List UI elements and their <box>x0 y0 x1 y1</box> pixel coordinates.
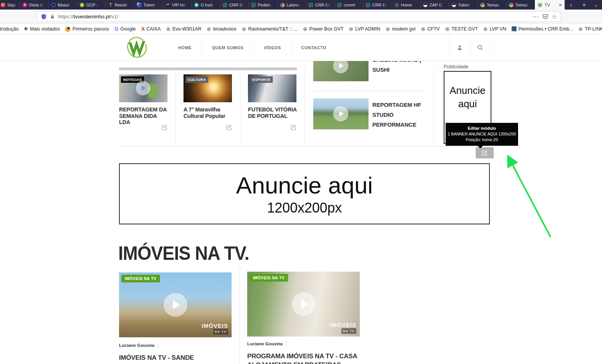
browser-tab[interactable]: Seja be <box>0 0 20 10</box>
imoveis-title[interactable]: IMÓVEIS NA TV - SANDE <box>119 353 194 362</box>
site-favicon <box>366 3 370 7</box>
category-badge[interactable]: IMÓVEIS NA TV <box>249 274 288 282</box>
banner-ad-placeholder[interactable]: Anuncie aqui 1200x200px <box>119 163 490 224</box>
browser-tab[interactable]: Laiene <box>277 0 306 10</box>
browser-tab[interactable]: GCP - <box>77 0 106 10</box>
article-title[interactable]: FUTEBOL VITÓRIA DE PORTUGAL <box>248 106 298 119</box>
bookmark-item[interactable]: ⊕Power Box GVT <box>300 26 346 32</box>
user-account-button[interactable] <box>449 34 470 61</box>
bookmark-item[interactable]: Primeiros passos <box>63 26 112 32</box>
site-favicon <box>452 3 456 7</box>
tab-close-icon[interactable]: × <box>559 2 562 8</box>
article-thumbnail[interactable]: ESPORTE <box>248 74 296 102</box>
globe-icon: ⊕ <box>207 26 211 32</box>
bookmark-item[interactable]: GGoogle <box>112 26 138 32</box>
bookmark-item[interactable]: ⊕Rastreamento/T&T :: ... <box>239 26 300 32</box>
list-all-tabs-button[interactable]: ⌄ <box>591 0 602 10</box>
bookmark-item[interactable]: ⊕TESTE GVT <box>443 26 481 32</box>
tab-label: Dieta d <box>29 3 46 7</box>
globe-icon: ⊕ <box>445 26 450 32</box>
bookmark-item[interactable]: ✱Mais visitados <box>21 26 63 32</box>
browser-tab[interactable]: CRR Er <box>220 0 249 10</box>
tab-label: VIP He <box>172 3 189 7</box>
category-badge[interactable]: CULTURA <box>185 76 208 83</box>
play-icon[interactable] <box>292 292 315 316</box>
article-title[interactable]: REPORTAGEM DA SEMANA DIDA LDA <box>119 106 169 126</box>
nav-item-home[interactable]: HOME <box>168 34 201 61</box>
banner-text: Anuncie aqui <box>236 172 373 199</box>
edit-article-icon[interactable] <box>226 124 232 132</box>
author[interactable]: Luciano Gouveia <box>247 341 287 346</box>
edit-article-icon[interactable] <box>162 124 167 132</box>
tracking-protection-shield-icon[interactable] <box>41 14 47 20</box>
browser-tab-bar: Seja be 3Dieta d fbbaut GCP - TReestr To… <box>0 0 602 10</box>
tab-label: CRR Er <box>372 3 389 7</box>
watermark: IMÓVEIS NA TV <box>201 323 228 335</box>
bookmark-item[interactable]: trodução <box>0 26 21 32</box>
play-icon[interactable] <box>333 106 348 121</box>
bookmark-item[interactable]: ⊕LVP ADMIN <box>346 26 383 32</box>
category-badge[interactable]: ESPORTE <box>250 76 273 83</box>
browser-tab[interactable]: Home <box>392 0 420 10</box>
bookmark-item[interactable]: ⊕Evo-W301AR <box>163 26 204 32</box>
edit-article-icon[interactable] <box>291 124 296 132</box>
browser-tab[interactable]: Temas <box>478 0 506 10</box>
browser-tab[interactable]: CRR En <box>306 0 335 10</box>
new-tab-button[interactable]: + <box>578 0 591 10</box>
list-divider <box>314 91 426 91</box>
url-bar[interactable]: https://tvverdeminho.pt/v1/ ⋯ ☆ <box>37 11 561 22</box>
bookmark-item[interactable]: XCAIXA <box>138 26 164 32</box>
bookmark-item[interactable]: Permissões • CRR Emb... <box>509 26 576 32</box>
edit-module-button[interactable] <box>476 147 494 158</box>
bookmark-item[interactable]: ⊕TP-LINK <box>576 26 602 32</box>
site-favicon <box>80 3 84 7</box>
tab-label: GCP - <box>86 3 103 7</box>
browser-tab[interactable]: fbbaut <box>48 0 77 10</box>
search-button[interactable] <box>470 34 490 61</box>
browser-tab[interactable]: Token <box>449 0 478 10</box>
browser-tab[interactable]: TReestr <box>106 0 134 10</box>
site-favicon <box>223 3 227 7</box>
bookmark-item[interactable]: ⊕CFTV <box>418 26 442 32</box>
browser-tab[interactable]: VIPVIP He <box>163 0 192 10</box>
site-favicon: 3 <box>23 3 27 7</box>
pocket-icon[interactable] <box>542 13 549 20</box>
video-title[interactable]: REPORTAGEM HF STUDIO PERFORMANCE <box>372 100 421 130</box>
category-badge[interactable]: IMÓVEIS NA TV <box>121 275 160 282</box>
browser-tab[interactable]: 3Dieta d <box>20 0 48 10</box>
article-title[interactable]: A 7° Maravilha Cultural Popular <box>183 106 234 119</box>
lock-icon[interactable] <box>50 14 55 19</box>
author[interactable]: Luciano Gouveia <box>119 343 158 348</box>
browser-toolbar: https://tvverdeminho.pt/v1/ ⋯ ☆ <box>0 10 602 24</box>
article-thumbnail[interactable]: CULTURA <box>183 74 232 102</box>
browser-tab[interactable]: ZAP G <box>420 0 449 10</box>
site-logo[interactable] <box>126 36 148 60</box>
scroll-tabs-right-button[interactable]: › <box>565 0 578 10</box>
browser-tab[interactable]: CRR Er <box>363 0 392 10</box>
imoveis-title[interactable]: PROGRAMA IMÓVEIS NA TV - CASA ALOJAMENTO… <box>247 352 357 364</box>
bookmark-item[interactable]: ⊕LVP VN <box>481 26 509 32</box>
browser-tab[interactable]: Pedido <box>249 0 277 10</box>
tab-label: ZAP G <box>430 3 446 7</box>
bookmark-item[interactable]: ⊕modem gvt <box>383 26 419 32</box>
nav-item-quem-somos[interactable]: QUEM SOMOS <box>201 34 253 61</box>
browser-tab[interactable]: O Insti <box>192 0 220 10</box>
bookmark-star-icon[interactable]: ☆ <box>552 13 557 20</box>
tab-label: Totem <box>143 3 160 7</box>
play-icon[interactable] <box>164 293 187 317</box>
nav-item-videos[interactable]: VÍDEOS <box>253 34 291 61</box>
bookmark-item[interactable]: ⊕broadvoice <box>204 26 239 32</box>
play-icon[interactable] <box>136 81 150 95</box>
column-divider <box>304 68 305 146</box>
video-title-line: SUSHI <box>372 65 421 75</box>
url-text[interactable]: https://tvverdeminho.pt/v1/ <box>58 14 118 19</box>
browser-tab[interactable]: crreml <box>335 0 363 10</box>
site-favicon <box>194 3 199 7</box>
site-favicon <box>394 3 399 7</box>
nav-item-contacto[interactable]: CONTACTO <box>291 34 336 61</box>
browser-tab[interactable]: Totem <box>134 0 163 10</box>
site-favicon <box>251 3 256 7</box>
browser-tab[interactable]: Temas <box>506 0 535 10</box>
browser-tab-active[interactable]: TV × <box>535 0 565 10</box>
page-actions-icon[interactable]: ⋯ <box>533 13 539 20</box>
